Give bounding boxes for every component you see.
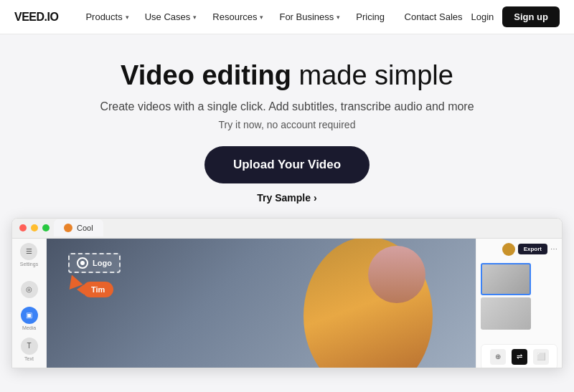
logo-overlay-text: Logo	[93, 259, 112, 267]
chevron-down-icon: ▾	[260, 14, 263, 21]
chevron-down-icon: ▾	[337, 14, 340, 21]
export-button[interactable]: Export	[518, 244, 547, 254]
active-icon: ▣	[21, 307, 38, 324]
crop-tool-icon[interactable]: ⬜	[533, 349, 549, 365]
mock-browser-wrapper: Cool ☰ Settings ◎ ▣ Media	[0, 218, 574, 368]
panel-top-bar: Export ⋯	[481, 243, 557, 256]
nav-logo: VEED.IO	[14, 11, 58, 24]
nav-link-resources[interactable]: Resources ▾	[205, 7, 270, 27]
logo-inner-circle	[80, 261, 85, 265]
logo-overlay-element[interactable]: Logo	[68, 253, 121, 273]
nav-contact-sales[interactable]: Contact Sales	[405, 11, 463, 22]
presenter-head	[368, 246, 425, 303]
mac-close-button[interactable]	[19, 224, 27, 231]
thumbnail-strip	[481, 260, 557, 333]
upload-video-button[interactable]: Upload Your Video	[204, 146, 370, 183]
tab-favicon	[64, 224, 72, 232]
editor-content: ☰ Settings ◎ ▣ Media T Text ⊞	[12, 239, 562, 368]
navbar: VEED.IO Products ▾ Use Cases ▾ Resources…	[0, 0, 574, 34]
chevron-down-icon: ▾	[126, 14, 129, 21]
sidebar-label-settings: Settings	[20, 262, 38, 267]
hero-subtitle: Create videos with a single click. Add s…	[14, 100, 560, 113]
adjust-tool-icon[interactable]: ⇌	[512, 349, 527, 365]
sidebar-item-active[interactable]: ▣ Media	[21, 307, 38, 330]
sidebar-item-settings[interactable]: ☰ Settings	[20, 243, 38, 267]
thumbnail-2[interactable]	[481, 297, 531, 330]
bubble-arrow	[77, 285, 84, 295]
user-avatar	[502, 243, 515, 256]
hero-try-text: Try it now, no account required	[14, 119, 560, 130]
nav-actions: Contact Sales Login Sign up	[405, 6, 560, 27]
editor-right-panel: Export ⋯ ⊕ ⇌ ⬜ Exposure	[476, 239, 562, 368]
mac-minimize-button[interactable]	[31, 224, 38, 231]
lock-tool-icon[interactable]: ⊕	[490, 349, 506, 365]
nav-link-usecases[interactable]: Use Cases ▾	[138, 7, 204, 27]
sidebar-label-active: Media	[22, 325, 36, 330]
try-sample-link[interactable]: Try Sample ›	[14, 192, 560, 204]
mock-browser: Cool ☰ Settings ◎ ▣ Media	[11, 218, 563, 368]
settings-icon: ☰	[20, 243, 37, 260]
hero-section: Video editing made simple Create videos …	[0, 34, 574, 218]
editor-main-area: Logo Tim Subtitle + Ad	[47, 239, 476, 368]
text-icon: T	[21, 338, 38, 355]
media-icon: ◎	[21, 281, 38, 298]
logo-overlay-icon	[77, 257, 88, 269]
presenter-silhouette	[289, 239, 447, 368]
browser-bar: Cool	[12, 219, 562, 239]
panel-tools: ⊕ ⇌ ⬜	[481, 344, 557, 368]
editor-sidebar: ☰ Settings ◎ ▣ Media T Text ⊞	[12, 239, 47, 368]
browser-tab-label: Cool	[77, 224, 93, 232]
thumbnail-1[interactable]	[481, 263, 531, 295]
nav-link-pricing[interactable]: Pricing	[349, 7, 392, 27]
mac-maximize-button[interactable]	[42, 224, 50, 231]
video-area: Logo Tim	[47, 239, 476, 368]
nav-signup-button[interactable]: Sign up	[502, 6, 560, 27]
hero-title: Video editing made simple	[14, 60, 560, 92]
chevron-down-icon: ▾	[193, 14, 197, 21]
tim-bubble-text: Tim	[91, 285, 105, 294]
nav-link-forbusiness[interactable]: For Business ▾	[272, 7, 347, 27]
sidebar-item-text[interactable]: T Text	[21, 338, 38, 361]
nav-links: Products ▾ Use Cases ▾ Resources ▾ For B…	[78, 7, 404, 27]
nav-link-products[interactable]: Products ▾	[78, 7, 136, 27]
tim-name-bubble[interactable]: Tim	[83, 282, 113, 297]
nav-login-button[interactable]: Login	[471, 11, 494, 22]
more-options-icon[interactable]: ⋯	[550, 245, 557, 253]
sidebar-label-text: Text	[24, 356, 34, 361]
sidebar-item-media[interactable]: ◎	[21, 281, 38, 300]
browser-tab[interactable]: Cool	[54, 219, 103, 236]
